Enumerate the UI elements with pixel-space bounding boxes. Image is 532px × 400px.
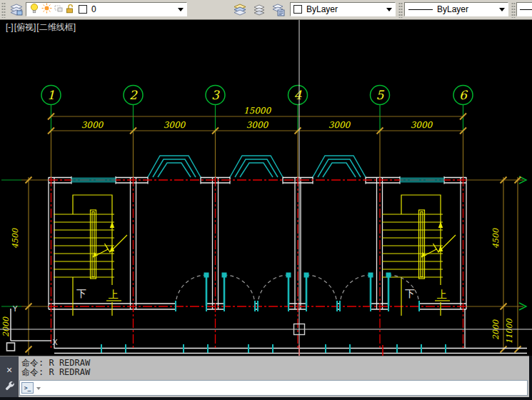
axis-bubbles: 1 2 3 4 5 6 bbox=[41, 86, 473, 105]
axis-bubble-1: 1 bbox=[47, 88, 55, 102]
viewport-menu-control[interactable]: [-] bbox=[6, 22, 14, 32]
wall-centerlines bbox=[49, 177, 466, 349]
dim-bay-2: 3000 bbox=[164, 120, 186, 130]
visual-style-control[interactable]: [二维线框] bbox=[36, 22, 76, 32]
dimension-ticks bbox=[26, 114, 521, 353]
command-panel-titlebar: × bbox=[0, 356, 19, 400]
ucs-x-label: X bbox=[52, 338, 58, 347]
balcony-red-ticks bbox=[299, 345, 383, 356]
toolbar-grip[interactable] bbox=[1, 2, 6, 18]
window-edge bbox=[529, 356, 532, 400]
color-combo-caret-icon[interactable] bbox=[386, 8, 392, 14]
toolbar-grip[interactable] bbox=[398, 2, 403, 18]
dim-bay-3: 3000 bbox=[246, 120, 269, 130]
toolbar-grip[interactable] bbox=[511, 2, 516, 18]
layers-plain-icon bbox=[252, 3, 266, 17]
wrench-icon bbox=[4, 381, 15, 392]
stair-left-down-label: 下 bbox=[76, 288, 86, 299]
layer-viewport-freeze-icon[interactable] bbox=[54, 4, 63, 15]
dim-bay-4: 3000 bbox=[328, 120, 351, 130]
view-control[interactable]: [俯视] bbox=[14, 22, 36, 32]
axis-bubble-6: 6 bbox=[459, 88, 468, 102]
dim-right-upper: 4500 bbox=[491, 228, 501, 249]
dim-left-upper: 4500 bbox=[11, 228, 20, 249]
command-close-button[interactable]: × bbox=[6, 365, 12, 375]
command-customize-button[interactable] bbox=[4, 381, 15, 395]
door-jambs bbox=[101, 301, 446, 353]
dim-bay-5: 3000 bbox=[411, 120, 433, 130]
lineweight-sample-line bbox=[520, 9, 532, 10]
axis-bubble-4: 4 bbox=[294, 88, 303, 102]
command-history-line: 命令: R REDRAW bbox=[21, 368, 529, 377]
command-input[interactable]: >_ bbox=[19, 380, 528, 396]
stair-right-down-label: 下 bbox=[405, 288, 415, 299]
dim-right-total: 11000 bbox=[505, 319, 514, 344]
command-panel: × 命令: R REDRAW 命令: R REDRAW >_ bbox=[0, 356, 532, 400]
linetype-combo[interactable]: ByLayer bbox=[404, 2, 508, 16]
wall-lines bbox=[49, 176, 527, 354]
stair-left-up-label: 上 bbox=[109, 289, 119, 300]
layers-colored-icon bbox=[233, 3, 247, 17]
axis-grid-lines bbox=[1, 105, 526, 310]
drawing-viewport[interactable]: [-][俯视][二维线框] bbox=[0, 20, 532, 356]
layer-on-bulb-icon[interactable] bbox=[29, 3, 39, 16]
make-layer-current-button[interactable] bbox=[231, 1, 249, 19]
linetype-sample-line bbox=[408, 9, 433, 10]
linetype-value: ByLayer bbox=[437, 4, 468, 14]
layer-states-button[interactable] bbox=[270, 1, 287, 19]
stair-right-up-label: 上 bbox=[437, 289, 447, 300]
layers-properties-toolbar: 0 bbox=[0, 0, 532, 20]
command-prompt-icon: >_ bbox=[21, 382, 34, 394]
dim-right-lower: 2000 bbox=[491, 319, 501, 340]
layer-properties-manager-button[interactable] bbox=[8, 1, 25, 19]
color-value: ByLayer bbox=[306, 4, 338, 14]
layer-thaw-sun-icon[interactable] bbox=[41, 3, 52, 16]
crosshair bbox=[0, 20, 532, 356]
viewport-controls: [-][俯视][二维线框] bbox=[6, 21, 76, 34]
command-history-line: 命令: R REDRAW bbox=[21, 359, 529, 368]
dim-total-width: 15000 bbox=[244, 106, 272, 116]
layers-dialog-icon bbox=[271, 3, 286, 17]
current-color-swatch bbox=[293, 5, 302, 14]
autocad-window: 0 bbox=[0, 0, 532, 400]
layer-unlock-icon[interactable] bbox=[65, 3, 75, 16]
linetype-combo-caret-icon[interactable] bbox=[499, 8, 505, 14]
axis-bubble-3: 3 bbox=[211, 88, 220, 102]
axis-bubble-5: 5 bbox=[376, 88, 385, 102]
color-combo[interactable]: ByLayer bbox=[290, 2, 396, 16]
axis-bubble-2: 2 bbox=[129, 88, 138, 102]
lineweight-combo[interactable] bbox=[516, 2, 532, 16]
command-history: 命令: R REDRAW 命令: R REDRAW bbox=[19, 356, 529, 377]
layer-previous-button[interactable] bbox=[251, 1, 268, 19]
layers-stack-icon bbox=[9, 3, 24, 17]
recent-commands-caret-icon[interactable] bbox=[36, 387, 41, 392]
dim-bay-1: 3000 bbox=[81, 120, 104, 130]
layer-combo-caret-icon[interactable] bbox=[178, 8, 184, 14]
cad-drawing[interactable]: 15000 3000 3000 3000 3000 3000 4500 2000… bbox=[0, 20, 532, 356]
layer-color-swatch[interactable] bbox=[79, 5, 87, 14]
dim-left-lower: 2000 bbox=[1, 316, 11, 337]
layer-combo[interactable]: 0 bbox=[26, 2, 187, 16]
command-panel-main: 命令: R REDRAW 命令: R REDRAW >_ bbox=[19, 356, 529, 400]
dimension-lines bbox=[29, 116, 518, 355]
ucs-y-label: Y bbox=[12, 304, 18, 314]
window-edge bbox=[0, 397, 532, 400]
layer-name: 0 bbox=[91, 4, 96, 14]
